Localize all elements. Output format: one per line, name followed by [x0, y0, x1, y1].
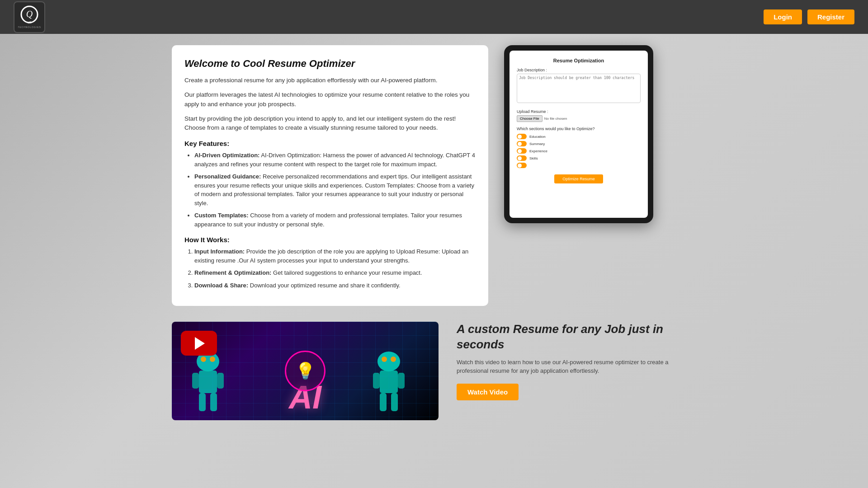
toggle-switch-education[interactable]: [517, 134, 527, 139]
toggle-switch-experience[interactable]: [517, 148, 527, 154]
toggle-summary: Summary: [517, 141, 641, 146]
upload-label: Upload Resume :: [517, 109, 641, 114]
tablet-mockup: Resume Optimization Job Description : Up…: [502, 45, 656, 306]
header: Q ult TECHNOLOGIES Login Register: [0, 0, 868, 34]
feature-3-bold: Custom Templates:: [194, 212, 249, 219]
how-it-works-heading: How It Works:: [184, 236, 476, 244]
list-item: Custom Templates: Choose from a variety …: [194, 211, 476, 229]
brain-icon: 💡: [285, 351, 326, 391]
tablet-frame: Resume Optimization Job Description : Up…: [504, 45, 653, 223]
toggle-label-summary: Summary: [529, 142, 545, 146]
toggle-switch-skills[interactable]: [517, 155, 527, 161]
features-list: AI-Driven Optimization: AI-Driven Optimi…: [194, 151, 476, 229]
optimize-resume-button[interactable]: Optimize Resume: [554, 174, 603, 183]
list-item: Refinement & Optimization: Get tailored …: [194, 268, 476, 277]
step-2-bold: Refinement & Optimization:: [194, 269, 271, 276]
toggle-education: Education: [517, 134, 641, 139]
toggle-skills: Skills: [517, 155, 641, 161]
toggle-switch-extra[interactable]: [517, 163, 527, 168]
intro-text-2: Our platform leverages the latest AI tec…: [184, 90, 476, 109]
svg-text:Q: Q: [26, 9, 33, 19]
info-card: Welcome to Cool Resume Optimizer Create …: [172, 45, 488, 306]
right-info: A custom Resume for any Job just in seco…: [457, 322, 696, 400]
intro-text-1: Create a professional resume for any job…: [184, 76, 476, 85]
step-3-bold: Download & Share:: [194, 282, 248, 289]
watch-video-button[interactable]: Watch Video: [457, 384, 519, 400]
job-desc-label: Job Description :: [517, 68, 641, 72]
logo: Q ult TECHNOLOGIES: [14, 1, 45, 33]
list-item: Download & Share: Download your optimize…: [194, 281, 476, 290]
header-buttons: Login Register: [764, 9, 854, 24]
step-3-text: Download your optimized resume and share…: [250, 282, 401, 289]
toggle-switch-summary[interactable]: [517, 141, 527, 146]
toggle-extra: [517, 163, 641, 168]
youtube-play-button[interactable]: [181, 331, 217, 356]
tablet-screen: Resume Optimization Job Description : Up…: [509, 51, 648, 218]
bottom-description: Watch this video to learn how to use our…: [457, 358, 696, 375]
list-item: Input Information: Provide the job descr…: [194, 247, 476, 265]
feature-2-bold: Personalized Guidance:: [194, 173, 261, 180]
optimize-sections-label: Which sections would you like to Optimiz…: [517, 127, 641, 131]
toggle-label-experience: Experience: [529, 149, 547, 153]
logo-svg: Q ult TECHNOLOGIES: [18, 5, 41, 29]
feature-1-bold: AI-Driven Optimization:: [194, 152, 259, 159]
toggle-experience: Experience: [517, 148, 641, 154]
brain-circle: 💡: [285, 351, 326, 391]
bottom-heading: A custom Resume for any Job just in seco…: [457, 322, 696, 352]
step-2-text: Get tailored suggestions to enhance your…: [273, 269, 422, 276]
job-desc-textarea[interactable]: [517, 74, 641, 103]
toggle-label-skills: Skills: [529, 156, 538, 160]
main-content: Welcome to Cool Resume Optimizer Create …: [163, 34, 705, 317]
svg-text:TECHNOLOGIES: TECHNOLOGIES: [18, 26, 41, 28]
login-button[interactable]: Login: [764, 9, 802, 24]
step-1-bold: Input Information:: [194, 248, 245, 255]
bottom-section: 💡: [163, 317, 705, 434]
brain-emoji: 💡: [295, 361, 316, 380]
svg-text:ult: ult: [28, 20, 32, 24]
register-button[interactable]: Register: [807, 9, 854, 24]
choose-file-button[interactable]: Choose File: [517, 115, 542, 122]
key-features-heading: Key Features:: [184, 140, 476, 147]
toggle-label-education: Education: [529, 135, 546, 139]
steps-list: Input Information: Provide the job descr…: [194, 247, 476, 290]
play-triangle-icon: [195, 337, 205, 350]
file-placeholder: No file chosen: [544, 117, 567, 121]
page-title: Welcome to Cool Resume Optimizer: [184, 58, 476, 70]
logo-box: Q ult TECHNOLOGIES: [14, 1, 45, 33]
video-thumbnail[interactable]: 💡: [172, 322, 439, 420]
list-item: AI-Driven Optimization: AI-Driven Optimi…: [194, 151, 476, 169]
intro-text-3: Start by providing the job description y…: [184, 114, 476, 133]
tablet-title: Resume Optimization: [517, 58, 641, 63]
file-upload-row: Choose File No file chosen: [517, 115, 641, 122]
list-item: Personalized Guidance: Receive personali…: [194, 172, 476, 207]
